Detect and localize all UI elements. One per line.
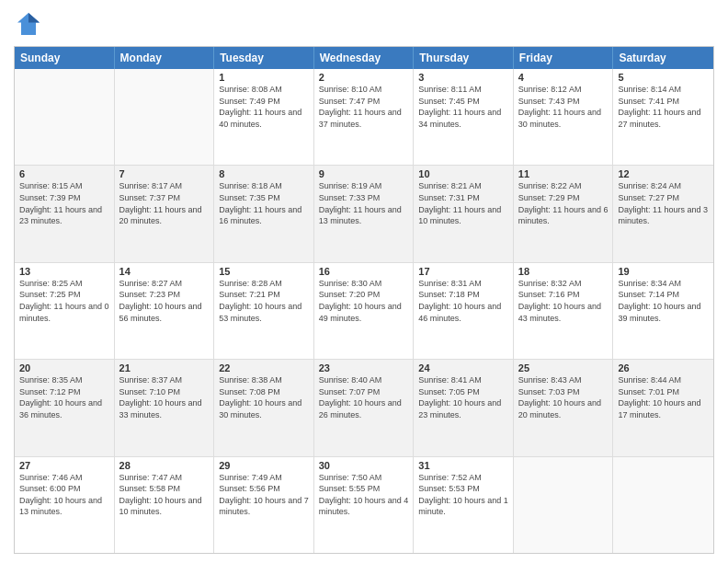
day-cell-28: 28Sunrise: 7:47 AM Sunset: 5:58 PM Dayli… xyxy=(115,457,215,553)
calendar-week-1: 1Sunrise: 8:08 AM Sunset: 7:49 PM Daylig… xyxy=(15,69,713,166)
day-info: Sunrise: 8:10 AM Sunset: 7:47 PM Dayligh… xyxy=(319,84,409,130)
logo-area xyxy=(14,9,47,39)
day-number: 24 xyxy=(418,362,508,373)
day-number: 22 xyxy=(219,362,309,373)
day-cell-23: 23Sunrise: 8:40 AM Sunset: 7:07 PM Dayli… xyxy=(314,360,415,455)
day-number: 21 xyxy=(119,362,210,373)
calendar-week-3: 13Sunrise: 8:25 AM Sunset: 7:25 PM Dayli… xyxy=(15,263,713,360)
day-info: Sunrise: 8:30 AM Sunset: 7:20 PM Dayligh… xyxy=(319,278,409,324)
day-number: 31 xyxy=(418,460,508,471)
day-cell-25: 25Sunrise: 8:43 AM Sunset: 7:03 PM Dayli… xyxy=(514,360,614,455)
day-info: Sunrise: 8:28 AM Sunset: 7:21 PM Dayligh… xyxy=(219,278,309,324)
empty-cell xyxy=(115,69,215,165)
day-info: Sunrise: 8:22 AM Sunset: 7:29 PM Dayligh… xyxy=(518,180,609,226)
day-cell-10: 10Sunrise: 8:21 AM Sunset: 7:31 PM Dayli… xyxy=(414,166,514,261)
day-number: 5 xyxy=(618,72,709,83)
calendar: SundayMondayTuesdayWednesdayThursdayFrid… xyxy=(14,46,714,554)
day-info: Sunrise: 8:24 AM Sunset: 7:27 PM Dayligh… xyxy=(618,180,709,226)
day-number: 12 xyxy=(618,168,709,179)
day-info: Sunrise: 7:49 AM Sunset: 5:56 PM Dayligh… xyxy=(219,472,309,518)
day-number: 8 xyxy=(219,168,309,179)
day-number: 6 xyxy=(19,168,109,179)
day-number: 7 xyxy=(119,168,210,179)
day-info: Sunrise: 8:34 AM Sunset: 7:14 PM Dayligh… xyxy=(618,278,709,324)
day-info: Sunrise: 7:52 AM Sunset: 5:53 PM Dayligh… xyxy=(418,472,508,518)
day-cell-16: 16Sunrise: 8:30 AM Sunset: 7:20 PM Dayli… xyxy=(314,263,415,359)
day-info: Sunrise: 8:25 AM Sunset: 7:25 PM Dayligh… xyxy=(19,278,109,324)
day-info: Sunrise: 8:37 AM Sunset: 7:10 PM Dayligh… xyxy=(119,374,210,420)
day-cell-8: 8Sunrise: 8:18 AM Sunset: 7:35 PM Daylig… xyxy=(214,166,314,261)
day-cell-2: 2Sunrise: 8:10 AM Sunset: 7:47 PM Daylig… xyxy=(314,69,415,165)
day-cell-3: 3Sunrise: 8:11 AM Sunset: 7:45 PM Daylig… xyxy=(414,69,514,165)
day-number: 17 xyxy=(418,266,508,277)
day-cell-9: 9Sunrise: 8:19 AM Sunset: 7:33 PM Daylig… xyxy=(314,166,415,261)
day-number: 1 xyxy=(219,72,309,83)
day-header-sunday: Sunday xyxy=(15,47,115,69)
day-number: 10 xyxy=(418,168,508,179)
day-info: Sunrise: 8:08 AM Sunset: 7:49 PM Dayligh… xyxy=(219,84,309,130)
day-header-monday: Monday xyxy=(115,47,215,69)
day-info: Sunrise: 8:18 AM Sunset: 7:35 PM Dayligh… xyxy=(219,180,309,226)
day-cell-18: 18Sunrise: 8:32 AM Sunset: 7:16 PM Dayli… xyxy=(514,263,614,359)
day-info: Sunrise: 8:41 AM Sunset: 7:05 PM Dayligh… xyxy=(418,374,508,420)
day-number: 18 xyxy=(518,266,609,277)
day-cell-26: 26Sunrise: 8:44 AM Sunset: 7:01 PM Dayli… xyxy=(613,360,713,455)
day-info: Sunrise: 8:40 AM Sunset: 7:07 PM Dayligh… xyxy=(319,374,409,420)
day-cell-17: 17Sunrise: 8:31 AM Sunset: 7:18 PM Dayli… xyxy=(414,263,514,359)
day-info: Sunrise: 8:43 AM Sunset: 7:03 PM Dayligh… xyxy=(518,374,609,420)
day-cell-15: 15Sunrise: 8:28 AM Sunset: 7:21 PM Dayli… xyxy=(214,263,314,359)
day-number: 23 xyxy=(319,362,409,373)
day-cell-19: 19Sunrise: 8:34 AM Sunset: 7:14 PM Dayli… xyxy=(613,263,713,359)
day-info: Sunrise: 7:46 AM Sunset: 6:00 PM Dayligh… xyxy=(19,472,109,518)
day-header-friday: Friday xyxy=(514,47,614,69)
calendar-week-2: 6Sunrise: 8:15 AM Sunset: 7:39 PM Daylig… xyxy=(15,166,713,262)
day-info: Sunrise: 8:31 AM Sunset: 7:18 PM Dayligh… xyxy=(418,278,508,324)
day-header-tuesday: Tuesday xyxy=(214,47,314,69)
day-info: Sunrise: 8:38 AM Sunset: 7:08 PM Dayligh… xyxy=(219,374,309,420)
day-number: 15 xyxy=(219,266,309,277)
day-cell-22: 22Sunrise: 8:38 AM Sunset: 7:08 PM Dayli… xyxy=(214,360,314,455)
day-info: Sunrise: 8:11 AM Sunset: 7:45 PM Dayligh… xyxy=(418,84,508,130)
day-info: Sunrise: 8:35 AM Sunset: 7:12 PM Dayligh… xyxy=(19,374,109,420)
logo-icon xyxy=(14,9,43,39)
day-info: Sunrise: 8:27 AM Sunset: 7:23 PM Dayligh… xyxy=(119,278,210,324)
empty-cell xyxy=(514,457,614,553)
day-cell-20: 20Sunrise: 8:35 AM Sunset: 7:12 PM Dayli… xyxy=(15,360,115,455)
day-header-saturday: Saturday xyxy=(613,47,713,69)
empty-cell xyxy=(15,69,115,165)
day-number: 29 xyxy=(219,460,309,471)
day-number: 19 xyxy=(618,266,709,277)
day-number: 28 xyxy=(119,460,210,471)
day-cell-21: 21Sunrise: 8:37 AM Sunset: 7:10 PM Dayli… xyxy=(115,360,215,455)
calendar-week-4: 20Sunrise: 8:35 AM Sunset: 7:12 PM Dayli… xyxy=(15,360,713,456)
day-cell-11: 11Sunrise: 8:22 AM Sunset: 7:29 PM Dayli… xyxy=(514,166,614,261)
day-info: Sunrise: 8:15 AM Sunset: 7:39 PM Dayligh… xyxy=(19,180,109,226)
day-number: 9 xyxy=(319,168,409,179)
calendar-body: 1Sunrise: 8:08 AM Sunset: 7:49 PM Daylig… xyxy=(15,69,713,553)
day-info: Sunrise: 8:12 AM Sunset: 7:43 PM Dayligh… xyxy=(518,84,609,130)
calendar-week-5: 27Sunrise: 7:46 AM Sunset: 6:00 PM Dayli… xyxy=(15,457,713,553)
day-info: Sunrise: 8:17 AM Sunset: 7:37 PM Dayligh… xyxy=(119,180,210,226)
day-info: Sunrise: 7:47 AM Sunset: 5:58 PM Dayligh… xyxy=(119,472,210,518)
day-number: 2 xyxy=(319,72,409,83)
day-number: 14 xyxy=(119,266,210,277)
day-cell-5: 5Sunrise: 8:14 AM Sunset: 7:41 PM Daylig… xyxy=(613,69,713,165)
day-number: 20 xyxy=(19,362,109,373)
day-info: Sunrise: 8:32 AM Sunset: 7:16 PM Dayligh… xyxy=(518,278,609,324)
day-number: 4 xyxy=(518,72,609,83)
day-info: Sunrise: 8:19 AM Sunset: 7:33 PM Dayligh… xyxy=(319,180,409,226)
day-cell-6: 6Sunrise: 8:15 AM Sunset: 7:39 PM Daylig… xyxy=(15,166,115,261)
day-cell-13: 13Sunrise: 8:25 AM Sunset: 7:25 PM Dayli… xyxy=(15,263,115,359)
day-cell-14: 14Sunrise: 8:27 AM Sunset: 7:23 PM Dayli… xyxy=(115,263,215,359)
day-cell-30: 30Sunrise: 7:50 AM Sunset: 5:55 PM Dayli… xyxy=(314,457,415,553)
day-info: Sunrise: 7:50 AM Sunset: 5:55 PM Dayligh… xyxy=(319,472,409,518)
calendar-header: SundayMondayTuesdayWednesdayThursdayFrid… xyxy=(15,47,713,69)
header xyxy=(14,9,714,39)
day-info: Sunrise: 8:21 AM Sunset: 7:31 PM Dayligh… xyxy=(418,180,508,226)
day-number: 13 xyxy=(19,266,109,277)
day-number: 3 xyxy=(418,72,508,83)
day-number: 27 xyxy=(19,460,109,471)
day-cell-27: 27Sunrise: 7:46 AM Sunset: 6:00 PM Dayli… xyxy=(15,457,115,553)
day-number: 11 xyxy=(518,168,609,179)
day-cell-4: 4Sunrise: 8:12 AM Sunset: 7:43 PM Daylig… xyxy=(514,69,614,165)
